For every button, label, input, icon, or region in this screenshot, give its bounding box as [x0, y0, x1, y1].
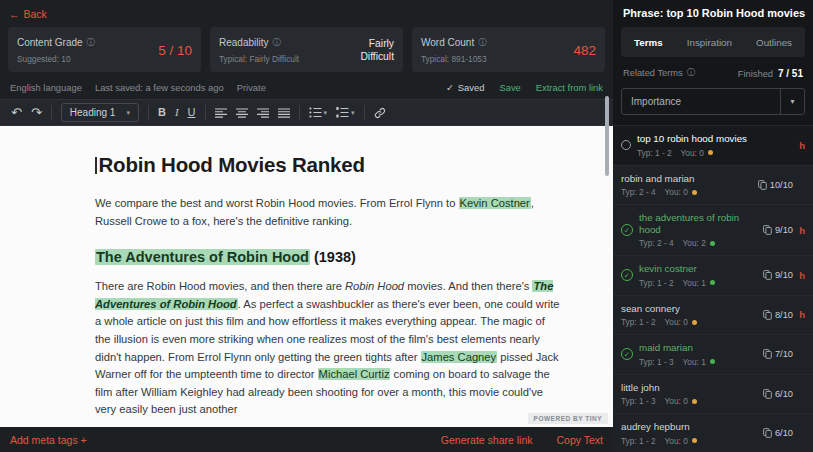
term-score-value: 6/10	[775, 389, 793, 399]
related-terms-label: Related Terms	[623, 68, 683, 78]
finished-label: Finished	[738, 69, 773, 79]
body-paragraph[interactable]: There are Robin Hood movies, and then th…	[95, 278, 560, 419]
term-usage: Typ: 1 - 3 You: 0	[621, 396, 759, 406]
italic-button[interactable]: I	[175, 107, 179, 118]
highlighted-term: Kevin Costner	[459, 197, 531, 209]
clipboard-icon	[763, 428, 772, 438]
save-button[interactable]: Save	[499, 82, 520, 93]
sort-select[interactable]: Importance ▾	[621, 88, 805, 115]
copy-text-button[interactable]: Copy Text	[557, 434, 604, 446]
toolbar-separator	[148, 105, 149, 120]
add-meta-tags-button[interactable]: Add meta tags +	[10, 434, 87, 446]
term-info: top 10 robin hood movies Typ: 1 - 2 You:…	[637, 133, 793, 158]
term-row[interactable]: robin and marian Typ: 2 - 4 You: 0 10/10	[613, 166, 813, 206]
terms-list: top 10 robin hood movies Typ: 1 - 2 You:…	[613, 125, 813, 452]
tab-inspiration[interactable]: Inspiration	[687, 37, 732, 48]
underline-button[interactable]: U	[188, 107, 196, 118]
language-label[interactable]: English language	[10, 82, 82, 93]
term-status-icon: ✓	[621, 224, 633, 236]
chevron-down-icon: ▾	[351, 109, 355, 117]
document-title[interactable]: Robin Hood Movies Ranked	[95, 153, 560, 177]
term-your-count-label: You: 0	[665, 396, 688, 406]
term-your-count: You: 0	[665, 396, 697, 406]
insert-link-button[interactable]	[374, 107, 386, 119]
term-typical-count: Typ: 2 - 4	[621, 187, 656, 197]
align-center-button[interactable]	[236, 108, 248, 118]
align-justify-icon	[278, 108, 290, 118]
chevron-down-icon: ▾	[780, 89, 804, 114]
info-icon[interactable]: ⓘ	[687, 67, 696, 79]
term-score-value: 6/10	[775, 428, 793, 438]
saved-status-label: Saved	[458, 82, 485, 93]
undo-button[interactable]: ↶	[11, 106, 22, 119]
numbered-list-button[interactable]: ▾	[336, 107, 355, 118]
term-name: top 10 robin hood movies	[637, 133, 789, 145]
document-editor[interactable]: Robin Hood Movies Ranked We compare the …	[0, 126, 613, 427]
term-row[interactable]: ✓ the adventures of robin hood Typ: 2 - …	[613, 205, 813, 256]
term-row[interactable]: top 10 robin hood movies Typ: 1 - 2 You:…	[613, 126, 813, 166]
term-row[interactable]: ✓ kevin costner Typ: 1 - 2 You: 1 9/10 h	[613, 256, 813, 296]
redo-button[interactable]: ↷	[31, 106, 42, 119]
heading-indicator: h	[796, 309, 805, 320]
bottom-actions: Generate share link Copy Text	[441, 434, 603, 446]
generate-share-link-button[interactable]: Generate share link	[441, 434, 533, 446]
phrase-title: Phrase: top 10 Robin Hood movies	[613, 0, 813, 24]
text-run: movies. And then there's	[404, 280, 532, 292]
term-score-badge: 7/10	[763, 349, 793, 359]
toolbar-separator	[299, 105, 300, 120]
term-your-count: You: 1	[683, 357, 715, 367]
term-your-count-label: You: 2	[683, 238, 706, 248]
usage-status-dot	[692, 320, 697, 325]
term-score-value: 9/10	[775, 225, 793, 235]
section-heading[interactable]: The Adventures of Robin Hood (1938)	[95, 249, 560, 265]
term-score-badge: 6/10	[763, 428, 793, 438]
back-button[interactable]: ← Back	[9, 8, 47, 20]
heading-style-select[interactable]: Heading 1 ▾	[61, 103, 139, 122]
bold-button[interactable]: B	[158, 107, 166, 118]
info-icon[interactable]: ⓘ	[478, 37, 487, 49]
align-right-button[interactable]	[257, 108, 269, 118]
finished-counter: Finished 7 / 51	[738, 68, 803, 79]
term-score-value: 9/10	[775, 270, 793, 280]
term-typical-count: Typ: 1 - 2	[639, 278, 674, 288]
tab-terms[interactable]: Terms	[634, 37, 663, 48]
numbered-list-icon	[336, 107, 349, 118]
term-score-badge: 9/10	[763, 270, 793, 280]
related-terms-row: Related Terms ⓘ Finished 7 / 51	[613, 66, 813, 87]
privacy-label[interactable]: Private	[237, 82, 266, 93]
term-row[interactable]: audrey hepburn Typ: 1 - 2 You: 0 6/10	[613, 414, 813, 452]
align-left-button[interactable]	[215, 108, 227, 118]
content-grade-label: Content Grade	[17, 37, 83, 48]
term-name: little john	[621, 382, 759, 394]
bullet-list-button[interactable]: ▾	[309, 107, 328, 118]
chevron-down-icon: ▾	[126, 109, 130, 117]
info-icon[interactable]: ⓘ	[87, 37, 96, 49]
term-your-count: You: 0	[665, 187, 697, 197]
term-row[interactable]: ✓ maid marian Typ: 1 - 3 You: 1 7/10	[613, 335, 813, 375]
term-status-icon: ✓	[621, 348, 633, 360]
term-your-count-label: You: 0	[665, 317, 688, 327]
term-name: sean connery	[621, 303, 759, 315]
link-icon	[374, 107, 386, 119]
scrollbar-thumb[interactable]	[605, 96, 609, 176]
tab-outlines[interactable]: Outlines	[756, 37, 792, 48]
extract-from-link-button[interactable]: Extract from link	[536, 82, 603, 93]
highlighted-term: The Adventures of Robin Hood	[95, 249, 310, 265]
chevron-down-icon: ▾	[324, 109, 328, 117]
text-run: Robin Hood	[345, 280, 404, 292]
align-justify-button[interactable]	[278, 108, 290, 118]
sort-select-value: Importance	[622, 96, 780, 107]
readability-label: Readability	[219, 37, 268, 48]
term-score-badge: 6/10	[763, 389, 793, 399]
usage-status-dot	[710, 280, 715, 285]
toolbar-separator	[205, 105, 206, 120]
check-icon: ✓	[446, 82, 454, 93]
term-row[interactable]: little john Typ: 1 - 3 You: 0 6/10	[613, 375, 813, 415]
term-typical-count: Typ: 1 - 2	[621, 317, 656, 327]
intro-paragraph[interactable]: We compare the best and worst Robin Hood…	[95, 195, 560, 230]
clipboard-icon	[763, 389, 772, 399]
info-icon[interactable]: ⓘ	[272, 37, 281, 49]
term-row[interactable]: sean connery Typ: 1 - 2 You: 0 8/10 h	[613, 296, 813, 336]
heading-indicator: h	[796, 225, 805, 236]
powered-by-badge: POWERED BY TINY	[528, 413, 608, 424]
